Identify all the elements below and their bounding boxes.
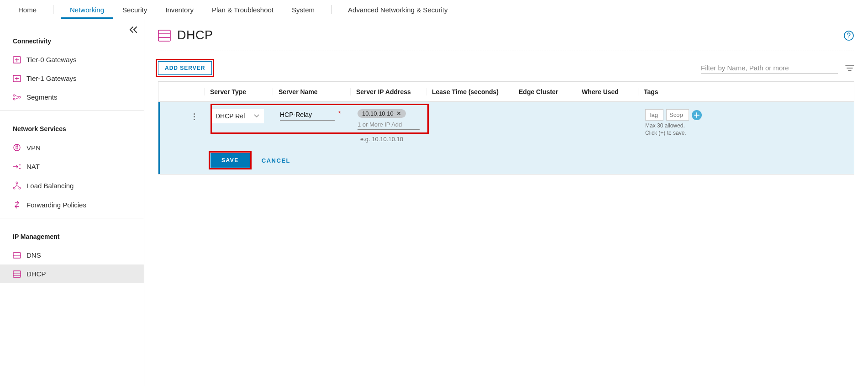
svg-point-9 [19, 187, 21, 189]
vpn-icon [13, 143, 21, 152]
dns-icon [13, 252, 21, 259]
server-name-input[interactable] [280, 109, 335, 121]
sidebar-item-label: VPN [26, 144, 41, 152]
sidebar-item-label: Load Balancing [26, 182, 74, 190]
ip-hint-text: e.g. 10.10.10.10 [360, 136, 403, 143]
scope-input[interactable] [666, 109, 689, 121]
dhcp-page-icon [158, 30, 171, 42]
row-actions: SAVE CANCEL [158, 144, 854, 174]
required-indicator: * [338, 109, 341, 117]
tier1-icon [13, 75, 21, 82]
collapse-sidebar-button[interactable] [129, 26, 137, 33]
nav-divider [53, 5, 53, 14]
sidebar-item-load-balancing[interactable]: Load Balancing [0, 176, 144, 195]
grid-header: Server Type Server Name Server IP Addres… [158, 82, 854, 102]
nav-advanced[interactable]: Advanced Networking & Security [339, 1, 457, 18]
col-server-ip[interactable]: Server IP Address [350, 88, 426, 95]
nav-plan-troubleshoot[interactable]: Plan & Troubleshoot [203, 1, 283, 18]
sidebar-item-label: NAT [26, 163, 40, 170]
server-type-select[interactable]: DHCP Rel [211, 109, 263, 123]
svg-point-4 [19, 96, 21, 98]
nav-security[interactable]: Security [113, 1, 156, 18]
section-title-connectivity: Connectivity [0, 26, 144, 50]
sidebar-item-vpn[interactable]: VPN [0, 138, 144, 157]
sidebar-item-tier1[interactable]: Tier-1 Gateways [0, 69, 144, 88]
chevron-double-left-icon [129, 26, 137, 33]
sidebar-item-label: Forwarding Policies [26, 201, 86, 209]
sidebar-item-label: Tier-0 Gateways [26, 56, 76, 63]
segments-icon [13, 94, 21, 101]
nav-networking[interactable]: Networking [61, 1, 113, 18]
page-header: DHCP [158, 28, 854, 51]
svg-point-3 [13, 98, 15, 100]
nav-home[interactable]: Home [9, 1, 46, 18]
divider [0, 110, 144, 111]
sidebar-item-label: DHCP [26, 270, 46, 278]
save-button[interactable]: SAVE [210, 153, 250, 168]
svg-point-8 [13, 187, 15, 189]
sidebar-item-label: DNS [26, 251, 41, 259]
tag-input[interactable] [645, 109, 663, 121]
sidebar-item-label: Tier-1 Gateways [26, 74, 76, 82]
svg-rect-6 [16, 147, 18, 149]
filter-icon[interactable] [845, 65, 854, 71]
toolbar: ADD SERVER [158, 61, 854, 75]
col-server-type[interactable]: Server Type [204, 88, 273, 95]
nav-system[interactable]: System [283, 1, 324, 18]
col-where-used[interactable]: Where Used [576, 88, 638, 95]
plus-icon [694, 112, 700, 118]
help-button[interactable] [843, 30, 854, 41]
separator [158, 51, 854, 51]
col-edge-cluster[interactable]: Edge Cluster [513, 88, 576, 95]
svg-point-2 [13, 95, 15, 96]
ip-chip-value: 10.10.10.10 [362, 110, 394, 117]
row-expand [160, 109, 182, 137]
chip-remove-icon[interactable]: ✕ [396, 110, 401, 117]
top-nav: Home Networking Security Inventory Plan … [0, 0, 868, 19]
svg-rect-11 [13, 271, 21, 277]
section-title-network-services: Network Services [0, 114, 144, 138]
page-title: DHCP [177, 28, 213, 42]
svg-point-7 [16, 182, 18, 184]
col-tags[interactable]: Tags [638, 88, 854, 95]
cancel-button[interactable]: CANCEL [262, 157, 290, 164]
sidebar-item-dhcp[interactable]: DHCP [0, 264, 144, 283]
server-type-value: DHCP Rel [216, 112, 252, 120]
row-menu-button[interactable] [188, 109, 200, 124]
filter-input[interactable] [701, 62, 838, 74]
sidebar-item-dns[interactable]: DNS [0, 246, 144, 264]
grid-row-editing: DHCP Rel * 10.10.10.10 ✕ [158, 102, 854, 144]
ip-chip[interactable]: 10.10.10.10 ✕ [358, 109, 406, 118]
divider [0, 218, 144, 218]
svg-rect-13 [158, 30, 170, 41]
sidebar-item-label: Segments [26, 93, 58, 101]
dhcp-grid: Server Type Server Name Server IP Addres… [158, 81, 854, 174]
dhcp-icon [13, 270, 21, 278]
sidebar-item-segments[interactable]: Segments [0, 88, 144, 106]
fwd-icon [13, 201, 21, 209]
col-lease-time[interactable]: Lease Time (seconds) [426, 88, 513, 95]
sidebar: Connectivity Tier-0 Gateways Tier-1 Gate… [0, 19, 144, 386]
lb-icon [13, 181, 21, 190]
chevron-down-icon [254, 114, 259, 118]
tier0-icon [13, 56, 21, 63]
sidebar-item-tier0[interactable]: Tier-0 Gateways [0, 50, 144, 69]
add-server-button[interactable]: ADD SERVER [158, 61, 212, 75]
ip-address-input[interactable] [358, 120, 420, 130]
col-server-name[interactable]: Server Name [273, 88, 350, 95]
nat-icon [13, 163, 21, 170]
sidebar-item-forwarding-policies[interactable]: Forwarding Policies [0, 195, 144, 214]
add-tag-button[interactable] [692, 110, 702, 120]
sidebar-item-nat[interactable]: NAT [0, 157, 144, 176]
tag-hint-text: Max 30 allowed. Click (+) to save. [645, 122, 695, 137]
help-icon [843, 30, 854, 41]
nav-inventory[interactable]: Inventory [156, 1, 203, 18]
main-content: DHCP ADD SERVER Server Type Server Name … [144, 19, 868, 386]
svg-point-5 [14, 144, 20, 151]
section-title-ip-management: IP Management [0, 222, 144, 246]
nav-divider [331, 5, 331, 14]
